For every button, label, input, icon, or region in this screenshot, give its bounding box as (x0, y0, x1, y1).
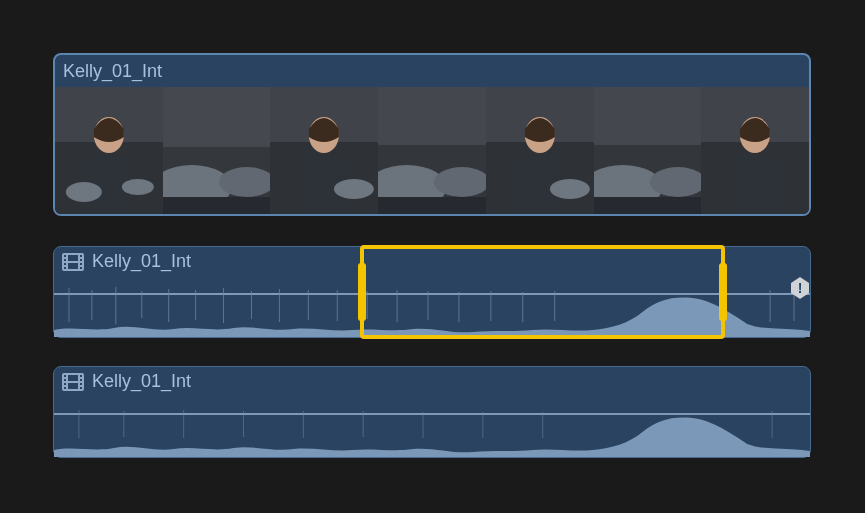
svg-rect-74 (80, 375, 82, 377)
clip-audio[interactable]: Kelly_01_Int (53, 246, 811, 338)
thumbnail-frame (594, 87, 702, 214)
svg-point-16 (334, 179, 374, 199)
svg-rect-70 (64, 375, 66, 377)
filmstrip-thumbnails (55, 87, 809, 214)
svg-text:!: ! (798, 280, 803, 296)
video-clip-icon (62, 373, 84, 391)
svg-rect-37 (64, 255, 66, 257)
svg-rect-8 (163, 87, 271, 147)
thumbnail-frame (163, 87, 271, 214)
clip-title: Kelly_01_Int (55, 55, 809, 87)
svg-rect-41 (80, 255, 82, 257)
svg-point-26 (550, 179, 590, 199)
thumbnail-frame (701, 87, 809, 214)
svg-rect-31 (594, 197, 702, 214)
svg-rect-38 (64, 259, 66, 261)
svg-rect-77 (80, 387, 82, 389)
analysis-marker-icon[interactable]: ! (791, 277, 809, 299)
svg-point-5 (66, 182, 102, 202)
video-clip-icon (62, 253, 84, 271)
svg-rect-35 (732, 155, 778, 214)
svg-rect-18 (378, 87, 486, 145)
svg-rect-75 (80, 379, 82, 381)
clip-title: Kelly_01_Int (92, 371, 191, 392)
svg-rect-28 (594, 87, 702, 145)
thumbnail-frame (486, 87, 594, 214)
svg-rect-44 (80, 267, 82, 269)
svg-rect-42 (80, 259, 82, 261)
svg-rect-11 (163, 197, 271, 214)
audio-waveform (54, 282, 810, 337)
svg-rect-76 (80, 383, 82, 385)
svg-point-6 (122, 179, 154, 195)
svg-rect-46 (68, 263, 78, 269)
svg-rect-79 (68, 383, 78, 389)
thumbnail-frame (270, 87, 378, 214)
clip-title: Kelly_01_Int (92, 251, 191, 272)
svg-rect-71 (64, 379, 66, 381)
thumbnail-frame (55, 87, 163, 214)
svg-rect-73 (64, 387, 66, 389)
clip-filmstrip[interactable]: Kelly_01_Int (53, 53, 811, 216)
clip-audio[interactable]: Kelly_01_Int (53, 366, 811, 458)
svg-rect-39 (64, 263, 66, 265)
thumbnail-frame (378, 87, 486, 214)
svg-rect-72 (64, 383, 66, 385)
svg-rect-40 (64, 267, 66, 269)
audio-waveform (54, 402, 810, 457)
svg-rect-21 (378, 197, 486, 214)
svg-rect-78 (68, 375, 78, 381)
svg-rect-43 (80, 263, 82, 265)
event-browser[interactable]: Kelly_01_Int (0, 0, 865, 458)
svg-rect-45 (68, 255, 78, 261)
